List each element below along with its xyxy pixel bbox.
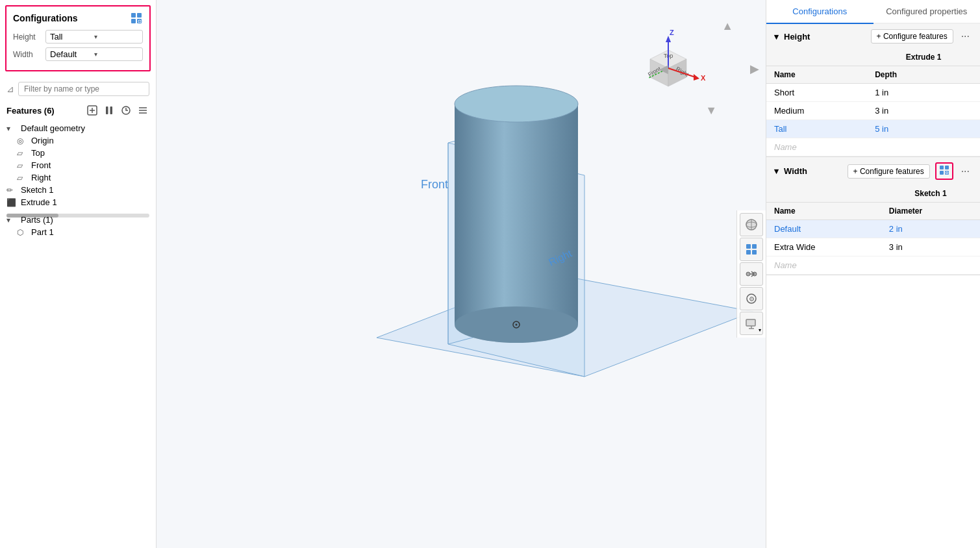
svg-rect-45 xyxy=(746,244,751,249)
svg-rect-54 xyxy=(746,319,755,326)
tree-origin[interactable]: ◎ Origin xyxy=(10,134,156,147)
svg-text:⚙: ⚙ xyxy=(749,295,755,303)
right-panel: Configurations Configured properties ▾ H… xyxy=(766,0,980,548)
sketch-icon: ✏ xyxy=(6,186,17,195)
width-actions: + Configure features ··· xyxy=(848,162,972,180)
tree-parts[interactable]: ▾ Parts (1) xyxy=(0,214,156,226)
tab-configurations[interactable]: Configurations xyxy=(766,0,873,24)
tree-geometry-group: ◎ Origin ▱ Top ▱ Front ▱ Right xyxy=(0,134,156,184)
height-row-name: Medium xyxy=(766,102,867,120)
view-down-arrow[interactable]: ▼ xyxy=(705,104,717,118)
plane-icon-right: ▱ xyxy=(17,173,27,182)
tool-config-btn[interactable] xyxy=(740,238,763,261)
height-collapse-icon[interactable]: ▾ xyxy=(774,32,779,42)
width-arrow-icon: ▾ xyxy=(94,51,138,58)
height-row-value: 1 in xyxy=(867,84,980,102)
view-up-arrow[interactable]: ▲ xyxy=(722,19,733,33)
height-section: ▾ Height + Configure features ··· Extrud… xyxy=(766,24,980,157)
view-right-arrow[interactable]: ▶ xyxy=(750,62,759,76)
pause-icon[interactable] xyxy=(103,104,116,117)
config-title-label: Configurations xyxy=(13,13,78,23)
parts-title: Parts (1) xyxy=(21,215,53,225)
width-more-btn[interactable]: ··· xyxy=(959,166,972,177)
filter-row: ⊿ xyxy=(6,82,149,96)
add-feature-icon[interactable] xyxy=(86,104,99,117)
height-col-name: Name xyxy=(766,66,867,84)
config-header-row: Configurations xyxy=(13,12,143,25)
tool-unknown-btn[interactable]: ⚙ xyxy=(740,287,763,310)
width-section-title: Width xyxy=(784,166,807,176)
width-config-row: Width Default ▾ xyxy=(13,47,143,61)
3d-viewport[interactable]: Front Right Top Front Right Z X xyxy=(157,0,766,548)
configurations-panel: Configurations Height Tall ▾ xyxy=(5,5,151,71)
features-header: Features (6) xyxy=(0,101,156,119)
height-table-row[interactable]: Tall5 in xyxy=(766,120,980,138)
extrude1-label: Extrude 1 xyxy=(21,197,57,207)
svg-rect-47 xyxy=(746,250,751,255)
tab-configured-properties[interactable]: Configured properties xyxy=(873,0,981,23)
height-extrude-header: Extrude 1 xyxy=(867,49,980,66)
tree-right[interactable]: ▱ Right xyxy=(10,171,156,184)
tool-assembly-btn[interactable] xyxy=(740,262,763,286)
filter-icon: ⊿ xyxy=(6,84,14,94)
origin-label: Origin xyxy=(31,136,54,145)
viewport-svg: Front Right xyxy=(157,0,766,548)
svg-rect-0 xyxy=(131,13,136,18)
height-table-row[interactable]: Short1 in xyxy=(766,84,980,102)
height-row-value: 3 in xyxy=(867,102,980,120)
height-table-row[interactable]: Medium3 in xyxy=(766,102,980,120)
tree-default-geometry[interactable]: ▾ Default geometry xyxy=(0,122,156,134)
width-label: Width xyxy=(13,50,45,59)
tree-sketch1[interactable]: ✏ Sketch 1 xyxy=(0,184,156,196)
svg-text:Front: Front xyxy=(421,178,448,191)
scrollbar-area xyxy=(0,208,156,214)
svg-rect-11 xyxy=(110,106,113,114)
height-table: Extrude 1 Name Depth Short1 inMedium3 in… xyxy=(766,49,980,156)
tree-part1[interactable]: ⬡ Part 1 xyxy=(10,226,156,238)
origin-icon: ◎ xyxy=(17,136,27,145)
width-table-row[interactable]: Extra Wide3 in xyxy=(766,238,980,256)
right-label: Right xyxy=(31,173,51,182)
filter-area: ⊿ xyxy=(0,77,156,101)
width-configure-btn[interactable]: + Configure features xyxy=(848,164,930,179)
part-icon: ⬡ xyxy=(17,228,27,237)
tree-top[interactable]: ▱ Top xyxy=(10,147,156,159)
filter-input[interactable] xyxy=(18,82,149,96)
height-select[interactable]: Tall ▾ xyxy=(45,30,143,44)
height-placeholder-row[interactable]: Name xyxy=(766,138,980,156)
width-grid-icon xyxy=(935,162,953,180)
height-name-placeholder: Name xyxy=(766,138,867,156)
tree-front[interactable]: ▱ Front xyxy=(10,159,156,171)
svg-rect-59 xyxy=(940,171,944,175)
width-col-diameter: Diameter xyxy=(881,203,980,220)
features-toolbar xyxy=(86,104,149,117)
view-left-arrow[interactable]: ◀ xyxy=(659,62,668,76)
width-table: Sketch 1 Name Diameter Default2 inExtra … xyxy=(766,185,980,275)
svg-rect-1 xyxy=(137,13,142,18)
rebuild-icon[interactable] xyxy=(119,104,132,117)
plane-icon-front: ▱ xyxy=(17,161,27,170)
width-placeholder-row[interactable]: Name xyxy=(766,256,980,275)
list-icon[interactable] xyxy=(136,104,149,117)
height-more-btn[interactable]: ··· xyxy=(959,31,972,42)
collapse-icon-parts: ▾ xyxy=(6,216,17,225)
height-value: Tall xyxy=(50,32,94,42)
height-arrow-icon: ▾ xyxy=(94,33,138,40)
width-collapse-icon[interactable]: ▾ xyxy=(774,166,779,176)
width-table-row[interactable]: Default2 in xyxy=(766,220,980,238)
width-col-name: Name xyxy=(766,203,881,220)
tool-display-btn[interactable]: ▾ xyxy=(740,312,763,335)
width-row-value: 3 in xyxy=(881,238,980,256)
plane-icon-top: ▱ xyxy=(17,149,27,158)
height-configure-btn[interactable]: + Configure features xyxy=(871,29,953,44)
width-row-value: 2 in xyxy=(881,220,980,238)
width-select[interactable]: Default ▾ xyxy=(45,47,143,61)
extrude-icon: ⬛ xyxy=(6,198,17,207)
height-row-name: Short xyxy=(766,84,867,102)
tree-extrude1[interactable]: ⬛ Extrude 1 xyxy=(0,196,156,208)
sketch1-label: Sketch 1 xyxy=(21,185,54,195)
height-actions: + Configure features ··· xyxy=(871,29,972,44)
top-label: Top xyxy=(31,148,45,158)
height-row-name: Tall xyxy=(766,120,867,138)
tool-material-btn[interactable] xyxy=(740,213,763,236)
